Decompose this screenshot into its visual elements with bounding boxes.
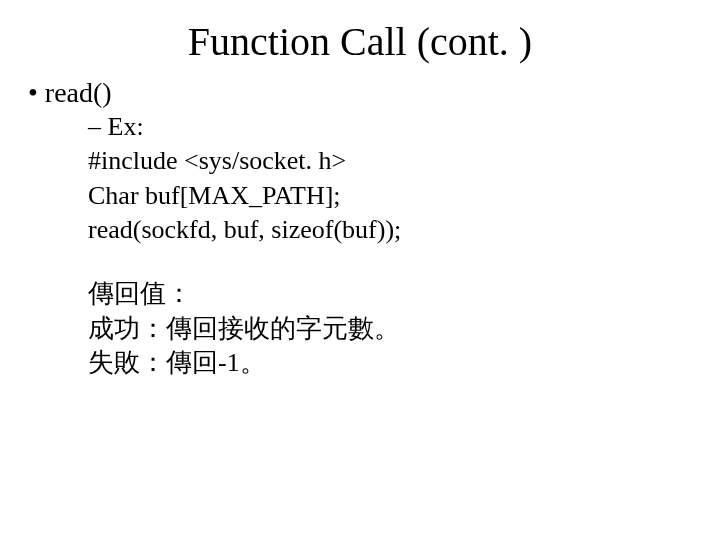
slide-title: Function Call (cont. ) <box>0 0 720 75</box>
return-fail: 失敗：傳回-1。 <box>28 346 720 380</box>
code-line-1: #include <sys/socket. h> <box>28 144 720 178</box>
bullet-read: read() <box>28 75 720 110</box>
slide: Function Call (cont. ) read() Ex: #inclu… <box>0 0 720 540</box>
slide-body: read() Ex: #include <sys/socket. h> Char… <box>0 75 720 380</box>
code-line-2: Char buf[MAX_PATH]; <box>28 179 720 213</box>
return-heading: 傳回值： <box>28 277 720 311</box>
return-success: 成功：傳回接收的字元數。 <box>28 312 720 346</box>
example-label: Ex: <box>28 110 720 144</box>
code-line-3: read(sockfd, buf, sizeof(buf)); <box>28 213 720 247</box>
